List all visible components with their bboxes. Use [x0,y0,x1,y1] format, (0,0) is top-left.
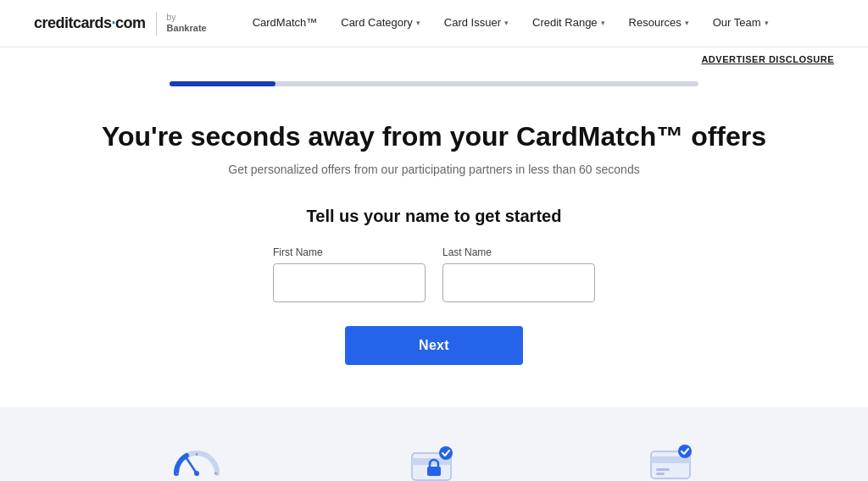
chevron-down-icon: ▾ [416,19,420,27]
name-fields: First Name Last Name [34,246,834,302]
nav-item-card-issuer[interactable]: Card Issuer ▾ [432,0,520,47]
advertiser-row: ADVERTISER DISCLOSURE [0,47,868,64]
advertiser-disclosure-link[interactable]: ADVERTISER DISCLOSURE [701,54,834,64]
svg-point-1 [194,471,199,476]
chevron-down-icon: ▾ [685,19,689,27]
svg-rect-12 [656,473,665,475]
main-content: You're seconds away from your CardMatch™… [0,95,868,407]
progress-bar-bg [170,81,698,86]
svg-rect-7 [427,467,441,476]
main-headline: You're seconds away from your CardMatch™… [34,120,834,152]
nav-item-cardmatch[interactable]: CardMatch™ [241,0,330,47]
feature-safeguard: Safeguard your information Your personal… [341,441,527,481]
first-name-input[interactable] [273,263,426,302]
logo-divider [156,12,157,36]
last-name-label: Last Name [442,246,492,258]
chevron-down-icon: ▾ [504,19,509,27]
feature-no-impact: No impact to your credit score A soft cr… [103,441,290,481]
nav-item-resources[interactable]: Resources ▾ [617,0,701,47]
logo: creditcards·com [34,14,146,32]
bankrate-label: byBankrate [167,13,207,34]
nav-item-card-category[interactable]: Card Category ▾ [329,0,432,47]
lock-card-icon [407,441,461,481]
form-title: Tell us your name to get started [34,207,834,226]
nav: CardMatch™ Card Category ▾ Card Issuer ▾… [241,0,781,47]
svg-point-13 [678,445,692,458]
first-name-group: First Name [273,246,426,302]
features-section: No impact to your credit score A soft cr… [0,407,868,481]
next-button[interactable]: Next [345,326,523,365]
svg-point-8 [439,446,453,460]
nav-item-credit-range[interactable]: Credit Range ▾ [520,0,617,47]
header: creditcards·com byBankrate CardMatch™ Ca… [0,0,868,47]
logo-area: creditcards·com byBankrate [34,12,207,36]
progress-section [0,64,868,95]
check-card-icon [644,441,698,481]
progress-bar-fill [170,81,275,86]
chevron-down-icon: ▾ [765,19,769,27]
svg-rect-11 [656,468,670,471]
feature-view-offers: View your matched offers You may receive… [578,441,765,481]
nav-item-our-team[interactable]: Our Team ▾ [701,0,781,47]
speedometer-icon [170,441,224,481]
chevron-down-icon: ▾ [601,19,605,27]
first-name-label: First Name [273,246,323,258]
last-name-input[interactable] [442,263,595,302]
last-name-group: Last Name [442,246,595,302]
main-subtext: Get personalized offers from our partici… [34,163,834,176]
svg-line-0 [186,458,197,473]
